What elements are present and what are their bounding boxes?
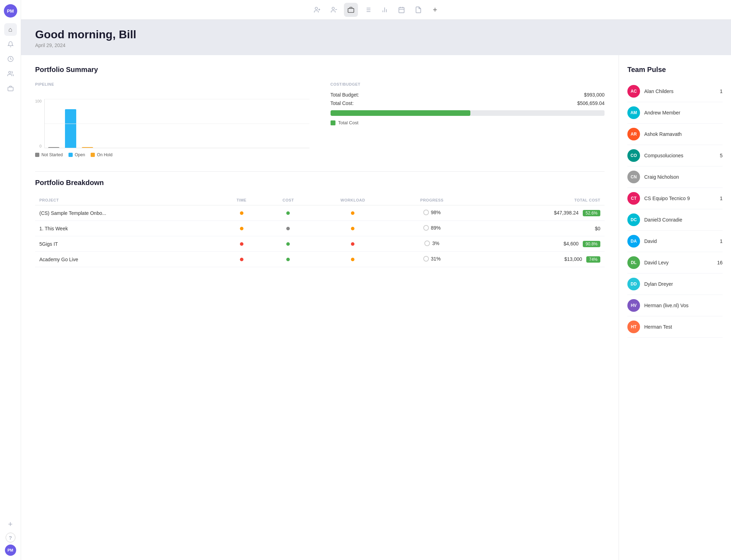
bar-not-started: [48, 147, 59, 148]
total-cost-label: Total Cost:: [331, 100, 354, 106]
pipeline-section: PIPELINE 100 0: [35, 82, 309, 157]
team-member-item[interactable]: DC Daniel3 Conradie: [627, 209, 723, 231]
nav-add[interactable]: +: [428, 3, 442, 17]
grid-line-mid: [45, 124, 309, 124]
member-avatar: DL: [627, 256, 640, 269]
cell-progress: 31%: [393, 252, 471, 267]
nav-team-add[interactable]: [310, 3, 324, 17]
table-row[interactable]: 5Gigs IT 3% $4,600 90.8%: [35, 236, 605, 252]
table-row[interactable]: 1. This Week 89% $0: [35, 221, 605, 236]
team-member-item[interactable]: HV Herman (live.nl) Vos: [627, 295, 723, 316]
nav-team-remove[interactable]: [327, 3, 341, 17]
page-greeting: Good morning, Bill: [35, 28, 717, 41]
member-name: Andrew Member: [644, 110, 723, 116]
team-member-item[interactable]: AC Alan Childers 1: [627, 81, 723, 102]
sidebar-item-notifications[interactable]: [4, 38, 17, 51]
main-content: Portfolio Summary PIPELINE 100 0: [21, 55, 619, 560]
cell-progress: 98%: [393, 205, 471, 221]
team-members-list: AC Alan Childers 1 AM Andrew Member AR A…: [627, 81, 723, 338]
member-avatar: AC: [627, 85, 640, 98]
progress-circle-icon: [423, 256, 429, 262]
member-count: 16: [717, 260, 723, 265]
team-member-item[interactable]: HT Herman Test: [627, 316, 723, 338]
page-date: April 29, 2024: [35, 42, 717, 48]
progress-circle-icon: [424, 241, 430, 246]
sidebar-item-history[interactable]: [4, 53, 17, 65]
cost-progress-fill: [331, 110, 470, 116]
total-budget-row: Total Budget: $993,000: [331, 92, 605, 98]
sidebar-item-home[interactable]: ⌂: [4, 23, 17, 36]
nav-calendar[interactable]: [394, 3, 409, 17]
app-logo[interactable]: PM: [4, 4, 17, 18]
cell-project: (CS) Sample Template Onbo...: [35, 205, 219, 221]
team-member-item[interactable]: AM Andrew Member: [627, 102, 723, 124]
nav-chart[interactable]: [378, 3, 392, 17]
member-avatar: DC: [627, 213, 640, 226]
col-time: TIME: [219, 195, 264, 205]
nav-document[interactable]: [411, 3, 425, 17]
member-avatar: CT: [627, 192, 640, 205]
cell-progress: 3%: [393, 236, 471, 252]
page-header: Good morning, Bill April 29, 2024: [21, 20, 731, 55]
svg-point-3: [315, 7, 318, 9]
cell-time: [219, 205, 264, 221]
table-row[interactable]: (CS) Sample Template Onbo... 98% $47,398…: [35, 205, 605, 221]
nav-portfolio[interactable]: [344, 3, 358, 17]
y-max: 100: [35, 99, 41, 103]
portfolio-summary-title: Portfolio Summary: [35, 66, 605, 74]
team-member-item[interactable]: DL David Levy 16: [627, 252, 723, 274]
member-name: Craig Nicholson: [644, 174, 723, 180]
bar-open: [65, 109, 76, 148]
team-member-item[interactable]: CO Compusoluciones 5: [627, 145, 723, 166]
member-name: David: [644, 238, 716, 244]
team-member-item[interactable]: CT CS Equipo Tecnico 9 1: [627, 188, 723, 209]
table-row[interactable]: Academy Go Live 31% $13,000 74%: [35, 252, 605, 267]
member-name: David Levy: [644, 260, 713, 265]
cell-total-cost: $13,000 74%: [471, 252, 605, 267]
member-count: 1: [720, 196, 723, 201]
sidebar-item-help[interactable]: ?: [6, 533, 15, 542]
user-avatar[interactable]: PM: [5, 545, 16, 556]
team-pulse-panel: Team Pulse AC Alan Childers 1 AM Andrew …: [619, 55, 731, 560]
team-member-item[interactable]: DD Dylan Dreyer: [627, 274, 723, 295]
team-member-item[interactable]: AR Ashok Ramavath: [627, 124, 723, 145]
member-avatar: HT: [627, 321, 640, 333]
cell-time: [219, 252, 264, 267]
cell-project: Academy Go Live: [35, 252, 219, 267]
legend-dot-open: [68, 153, 73, 157]
cell-total-cost: $47,398.24 52.6%: [471, 205, 605, 221]
progress-badge: 90.8%: [583, 241, 600, 247]
sidebar-item-portfolio[interactable]: [4, 82, 17, 95]
team-member-item[interactable]: DA David 1: [627, 231, 723, 252]
cost-section: COST/BUDGET Total Budget: $993,000 Total…: [331, 82, 605, 157]
y-min: 0: [35, 144, 41, 148]
cell-cost: [264, 205, 312, 221]
bar-on-hold: [82, 147, 93, 148]
member-avatar: DA: [627, 235, 640, 248]
legend-label-not-started: Not Started: [41, 152, 63, 157]
portfolio-breakdown-section: Portfolio Breakdown PROJECT TIME COST WO…: [35, 179, 605, 267]
cell-time: [219, 221, 264, 236]
sidebar-item-team[interactable]: [4, 67, 17, 80]
cell-cost: [264, 236, 312, 252]
col-cost: COST: [264, 195, 312, 205]
progress-circle-icon: [423, 210, 429, 215]
member-count: 1: [720, 88, 723, 94]
legend-not-started: Not Started: [35, 152, 63, 157]
cell-total-cost: $0: [471, 221, 605, 236]
team-member-item[interactable]: CN Craig Nicholson: [627, 166, 723, 188]
cost-legend-label: Total Cost: [338, 120, 359, 125]
cell-project: 1. This Week: [35, 221, 219, 236]
grid-line-top: [45, 99, 309, 99]
chart-area: [44, 99, 309, 148]
nav-list[interactable]: [361, 3, 375, 17]
progress-circle-icon: [423, 225, 429, 231]
member-avatar: HV: [627, 299, 640, 312]
member-avatar: DD: [627, 278, 640, 290]
sidebar-item-add[interactable]: +: [4, 518, 17, 531]
legend-on-hold: On Hold: [91, 152, 112, 157]
legend-label-open: Open: [75, 152, 85, 157]
legend-dot-on-hold: [91, 153, 95, 157]
member-name: Herman Test: [644, 324, 723, 330]
progress-badge: 74%: [586, 256, 600, 263]
